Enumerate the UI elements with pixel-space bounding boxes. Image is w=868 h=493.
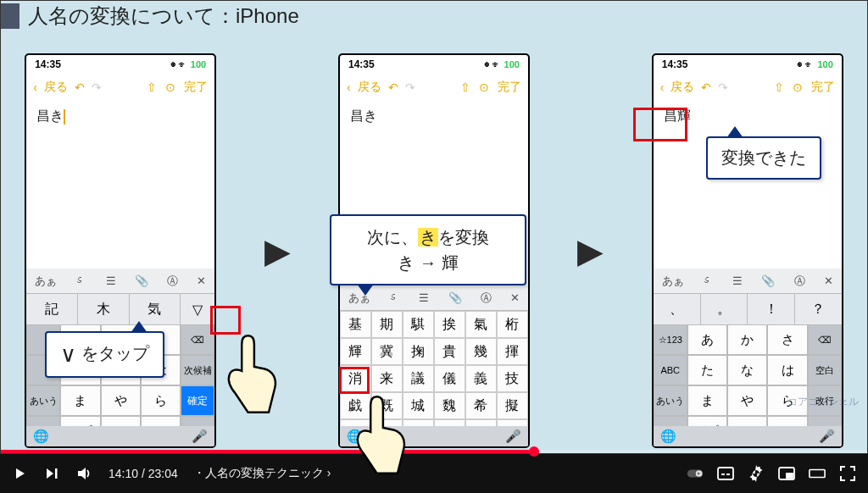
suggestion[interactable]: 、	[654, 294, 701, 324]
key[interactable]: さ	[767, 324, 807, 355]
kbd-tab[interactable]: Ⓐ	[479, 291, 493, 306]
kanji-candidate[interactable]: 儀	[434, 365, 465, 392]
theater-button[interactable]	[809, 465, 826, 482]
kanji-candidate[interactable]: 希	[465, 392, 497, 419]
done-label[interactable]: 完了	[811, 80, 835, 95]
kanji-candidate[interactable]: 掬	[403, 338, 434, 365]
kbd-tab[interactable]: Ⓐ	[793, 274, 807, 289]
key[interactable]: あ	[687, 324, 727, 355]
key[interactable]: ら	[141, 385, 181, 416]
kanji-candidate[interactable]: 義	[465, 365, 497, 392]
kbd-tab[interactable]: ☰	[417, 291, 431, 304]
kbd-tab[interactable]: ☰	[104, 274, 118, 287]
mic-icon[interactable]: 🎤	[192, 429, 208, 444]
progress-knob[interactable]	[529, 446, 539, 457]
kanji-candidate[interactable]: 冀	[371, 338, 403, 365]
kanji-candidate[interactable]: 氣	[465, 311, 497, 338]
kbd-tab[interactable]: ✕	[822, 274, 835, 287]
mic-icon[interactable]: 🎤	[819, 429, 835, 444]
redo-icon[interactable]: ↷	[92, 80, 102, 94]
done-label[interactable]: 完了	[184, 80, 208, 95]
kanji-candidate[interactable]: 技	[497, 365, 528, 392]
undo-icon[interactable]: ↶	[388, 80, 398, 94]
kbd-tab[interactable]: ಽ	[701, 274, 715, 287]
globe-icon[interactable]: 🌐	[33, 429, 49, 444]
volume-button[interactable]	[76, 465, 93, 482]
key[interactable]: ABC	[654, 355, 687, 385]
key[interactable]: や	[101, 385, 141, 416]
undo-icon[interactable]: ↶	[701, 80, 711, 94]
kbd-tab[interactable]: 📎	[133, 274, 150, 287]
kanji-candidate[interactable]: 揮	[497, 338, 528, 365]
kanji-candidate[interactable]: 擬	[497, 392, 528, 419]
globe-icon[interactable]: 🌐	[660, 429, 676, 444]
undo-icon[interactable]: ↶	[75, 80, 85, 94]
progress-bar[interactable]	[1, 450, 867, 453]
suggestion[interactable]: 気	[130, 294, 181, 324]
kanji-candidate[interactable]: 期	[371, 311, 403, 338]
key[interactable]: な	[727, 355, 767, 385]
redo-icon[interactable]: ↷	[405, 80, 415, 94]
kanji-candidate[interactable]: 桁	[497, 311, 528, 338]
redo-icon[interactable]: ↷	[718, 80, 728, 94]
settings-button[interactable]	[748, 465, 765, 482]
kanji-candidate[interactable]: 幾	[465, 338, 497, 365]
key[interactable]: あいう	[26, 385, 60, 416]
suggestion[interactable]: 木	[78, 294, 130, 324]
play-button[interactable]	[12, 465, 29, 482]
key[interactable]: 確定	[181, 385, 214, 416]
kbd-tab[interactable]: あぁ	[33, 274, 58, 289]
key[interactable]: は	[767, 355, 807, 385]
more-icon[interactable]: ⊙	[165, 80, 175, 94]
kanji-candidate[interactable]: 挨	[434, 311, 465, 338]
kanji-candidate[interactable]: 輝	[340, 338, 371, 365]
suggestion[interactable]: ？	[795, 294, 842, 324]
suggestion[interactable]: 記	[26, 294, 78, 324]
key[interactable]: ☆123	[654, 324, 687, 355]
back-chevron-icon[interactable]: ‹	[347, 80, 351, 94]
next-button[interactable]	[44, 465, 61, 482]
autoplay-toggle[interactable]	[687, 465, 704, 482]
back-chevron-icon[interactable]: ‹	[660, 80, 665, 94]
kbd-tab[interactable]: ಽ	[74, 274, 88, 287]
done-label[interactable]: 完了	[498, 80, 521, 95]
key[interactable]: た	[687, 355, 727, 385]
kbd-tab[interactable]: 📎	[760, 274, 776, 287]
kanji-candidate[interactable]: 来	[371, 365, 403, 392]
kanji-candidate[interactable]: 議	[403, 365, 434, 392]
key[interactable]: ⌫	[808, 324, 842, 355]
share-icon[interactable]: ⇧	[147, 80, 157, 94]
captions-button[interactable]	[717, 465, 734, 482]
more-icon[interactable]: ⊙	[479, 80, 489, 94]
kbd-tab[interactable]: Ⓐ	[165, 274, 180, 289]
kbd-tab[interactable]: 📎	[447, 291, 464, 304]
chapter-label[interactable]: ・人名の変換テクニック ›	[193, 466, 331, 481]
key[interactable]: あいう	[654, 385, 687, 416]
kbd-tab[interactable]: あぁ	[660, 274, 686, 289]
key[interactable]: 次候補	[181, 355, 214, 385]
share-icon[interactable]: ⇧	[774, 80, 784, 94]
mic-icon[interactable]: 🎤	[505, 429, 521, 444]
kbd-tab[interactable]: ✕	[195, 274, 208, 287]
fullscreen-button[interactable]	[839, 465, 856, 482]
back-label[interactable]: 戻る	[44, 80, 68, 95]
kbd-tab[interactable]: ✕	[509, 291, 521, 304]
key[interactable]: や	[727, 385, 767, 416]
suggestion[interactable]: 。	[701, 294, 748, 324]
miniplayer-button[interactable]	[778, 465, 795, 482]
kanji-candidate[interactable]: 貴	[434, 338, 465, 365]
back-chevron-icon[interactable]: ‹	[33, 80, 37, 94]
suggestion[interactable]: ！	[748, 294, 795, 324]
back-label[interactable]: 戻る	[358, 80, 381, 95]
key[interactable]: か	[727, 324, 767, 355]
kanji-candidate[interactable]: 基	[340, 311, 371, 338]
kanji-candidate[interactable]: 騏	[403, 311, 434, 338]
key[interactable]: 空白	[808, 355, 842, 385]
share-icon[interactable]: ⇧	[460, 80, 470, 94]
key[interactable]: ま	[60, 385, 100, 416]
kbd-tab[interactable]: ☰	[731, 274, 744, 287]
key[interactable]: ま	[687, 385, 727, 416]
more-icon[interactable]: ⊙	[793, 80, 803, 94]
back-label[interactable]: 戻る	[670, 80, 694, 95]
kbd-tab[interactable]: ಽ	[387, 291, 402, 304]
